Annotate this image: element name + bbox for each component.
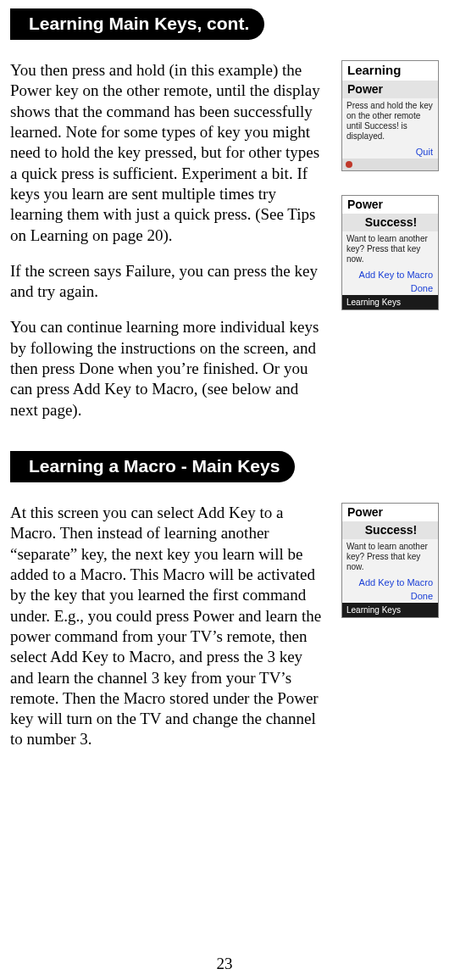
manual-page: Learning Main Keys, cont. You then press… [0, 0, 449, 980]
shot2-done-link: Done [342, 281, 438, 295]
shot2-subtitle: Success! [342, 214, 438, 231]
section-2-screenshots-col: Power Success! Want to learn another key… [341, 503, 439, 766]
screenshot-power-success-2: Power Success! Want to learn another key… [341, 503, 439, 618]
paragraph-1: You then press and hold (in this example… [10, 60, 330, 246]
shot2-add-key-link: Add Key to Macro [342, 268, 438, 281]
shot1-footer-bar [342, 159, 438, 170]
shot3-add-key-link: Add Key to Macro [342, 576, 438, 589]
shot1-title: Learning [342, 61, 438, 81]
section-2-text-col: At this screen you can select Add Key to… [10, 503, 330, 766]
shot3-title: Power [342, 504, 438, 521]
shot3-subtitle: Success! [342, 521, 438, 539]
shot2-title: Power [342, 196, 438, 214]
shot3-footer: Learning Keys [342, 603, 438, 617]
record-icon [346, 161, 352, 168]
section-header-learning-macro: Learning a Macro - Main Keys [10, 451, 295, 482]
screenshot-learning-power: Learning Power Press and hold the key on… [341, 60, 439, 171]
paragraph-2: If the screen says Failure, you can pres… [10, 261, 330, 303]
section-2-row: At this screen you can select Add Key to… [10, 503, 439, 766]
paragraph-3: You can continue learning more individua… [10, 317, 330, 420]
shot1-body: Press and hold the key on the other remo… [342, 98, 438, 145]
paragraph-4: At this screen you can select Add Key to… [10, 503, 330, 750]
section-1-text-col: You then press and hold (in this example… [10, 60, 330, 436]
section-header-learning-main-keys: Learning Main Keys, cont. [10, 8, 264, 40]
page-number: 23 [0, 955, 449, 973]
shot1-subtitle: Power [342, 81, 438, 98]
shot3-done-link: Done [342, 589, 438, 603]
shot3-body: Want to learn another key? Press that ke… [342, 539, 438, 576]
section-1-screenshots-col: Learning Power Press and hold the key on… [341, 60, 439, 436]
shot2-footer: Learning Keys [342, 295, 438, 309]
shot2-body: Want to learn another key? Press that ke… [342, 231, 438, 268]
section-1-row: You then press and hold (in this example… [10, 60, 439, 436]
shot1-quit-link: Quit [342, 145, 438, 159]
screenshot-power-success-1: Power Success! Want to learn another key… [341, 195, 439, 310]
